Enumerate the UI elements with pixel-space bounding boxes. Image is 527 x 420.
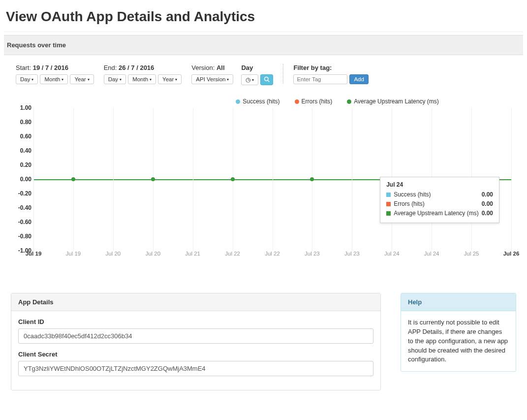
help-panel: Help It is currently not possible to edi…: [401, 293, 516, 372]
start-month-dropdown[interactable]: Month▾: [40, 74, 68, 84]
client-id-field[interactable]: [18, 328, 373, 344]
start-date-group: Start: 19 / 7 / 2016 Day▾ Month▾ Year▾: [16, 64, 94, 84]
chart-container: Success (hits) Errors (hits) Average Ups…: [4, 94, 523, 278]
svg-point-0: [265, 77, 269, 81]
dot-icon: [295, 99, 299, 104]
start-date-label: Start: 19 / 7 / 2016: [16, 64, 94, 71]
end-year-dropdown[interactable]: Year▾: [158, 74, 182, 84]
legend-latency: Average Upstream Latency (ms): [347, 98, 439, 105]
controls-bar: Start: 19 / 7 / 2016 Day▾ Month▾ Year▾ E…: [4, 55, 523, 94]
start-year-dropdown[interactable]: Year▾: [70, 74, 93, 84]
x-tick-label: Jul 20: [105, 251, 121, 257]
y-tick-label: 0.20: [20, 162, 31, 168]
y-tick-label: 0.40: [20, 147, 31, 154]
help-body: It is currently not possible to edit APP…: [401, 311, 516, 371]
caret-down-icon: ▾: [88, 77, 90, 82]
x-tick-label: Jul 19: [66, 251, 81, 257]
caret-down-icon: ▾: [120, 77, 122, 82]
x-tick-label: Jul 20: [145, 251, 160, 257]
api-version-dropdown[interactable]: API Version▾: [191, 74, 233, 84]
data-point[interactable]: [310, 177, 314, 181]
end-day-dropdown[interactable]: Day▾: [104, 74, 126, 84]
x-tick-label: Jul 23: [305, 251, 320, 257]
chart-tooltip: Jul 24 Success (hits)0.00Errors (hits)0.…: [380, 177, 499, 223]
x-tick-label: Jul 25: [464, 251, 479, 257]
tooltip-row: Average Upstream Latency (ms)0.00: [386, 209, 493, 218]
caret-down-icon: ▾: [62, 77, 63, 82]
section-requests-header: Requests over time: [4, 35, 523, 55]
tooltip-row: Errors (hits)0.00: [386, 199, 493, 209]
client-secret-field[interactable]: [18, 361, 373, 376]
tag-input[interactable]: [293, 74, 347, 84]
y-tick-label: 0.00: [20, 176, 31, 183]
legend-success: Success (hits): [236, 98, 279, 105]
tooltip-row: Success (hits)0.00: [386, 190, 493, 199]
clock-icon: ◷: [246, 76, 250, 83]
legend-errors: Errors (hits): [295, 98, 333, 105]
help-heading: Help: [401, 293, 516, 311]
y-tick-label: -0.80: [18, 233, 31, 240]
y-tick-label: -0.20: [18, 190, 31, 197]
caret-down-icon: ▾: [150, 77, 152, 82]
caret-down-icon: ▾: [175, 77, 177, 82]
x-tick-label: Jul 21: [185, 251, 200, 257]
dot-icon: [347, 99, 351, 104]
client-id-label: Client ID: [18, 318, 373, 325]
y-tick-label: 0.60: [20, 133, 31, 140]
x-tick-label: Jul 23: [344, 251, 360, 257]
x-tick-label: Jul 24: [384, 251, 400, 257]
y-tick-label: 1.00: [20, 104, 31, 111]
version-group: Version: All API Version▾: [191, 64, 233, 84]
y-tick-label: -0.40: [18, 204, 31, 211]
version-label: Version: All: [191, 64, 233, 71]
end-month-dropdown[interactable]: Month▾: [128, 74, 156, 84]
chart-plot[interactable]: 1.000.800.600.400.200.00-0.20-0.40-0.60-…: [16, 108, 511, 260]
client-secret-label: Client Secret: [18, 351, 373, 358]
tooltip-title: Jul 24: [386, 181, 493, 188]
x-tick-label: Jul 22: [265, 251, 280, 257]
end-date-label: End: 26 / 7 / 2016: [104, 64, 182, 71]
x-tick-label: Jul 22: [225, 251, 240, 257]
y-tick-label: 0.80: [20, 119, 31, 126]
app-details-heading: App Details: [11, 293, 380, 311]
caret-down-icon: ▾: [227, 77, 229, 82]
caret-down-icon: ▾: [31, 77, 33, 82]
svg-line-1: [268, 80, 270, 82]
end-date-group: End: 26 / 7 / 2016 Day▾ Month▾ Year▾: [104, 64, 182, 84]
app-details-panel: App Details Client ID Client Secret: [11, 293, 381, 390]
chart-legend: Success (hits) Errors (hits) Average Ups…: [16, 98, 511, 105]
start-day-dropdown[interactable]: Day▾: [16, 74, 38, 84]
add-tag-button[interactable]: Add: [349, 74, 368, 84]
x-tick-label: Jul 24: [424, 251, 439, 257]
day-group: Day ◷▾: [241, 64, 273, 85]
filter-tag-group: Filter by tag: Add: [293, 64, 368, 84]
granularity-dropdown[interactable]: ◷▾: [241, 74, 258, 85]
search-icon: [264, 76, 270, 83]
dot-icon: [236, 99, 240, 104]
data-point[interactable]: [151, 177, 155, 181]
day-col-label: Day: [241, 64, 273, 71]
y-tick-label: -0.60: [18, 219, 31, 226]
separator: [283, 64, 283, 84]
page-title: View OAuth App Details and Analytics: [4, 4, 523, 32]
x-tick-label: Jul 26: [503, 251, 520, 257]
data-point[interactable]: [231, 177, 235, 181]
x-tick-label: Jul 19: [26, 251, 42, 257]
filter-tag-label: Filter by tag:: [293, 64, 368, 71]
data-point[interactable]: [71, 177, 75, 181]
search-button[interactable]: [260, 74, 273, 85]
caret-down-icon: ▾: [252, 78, 254, 82]
